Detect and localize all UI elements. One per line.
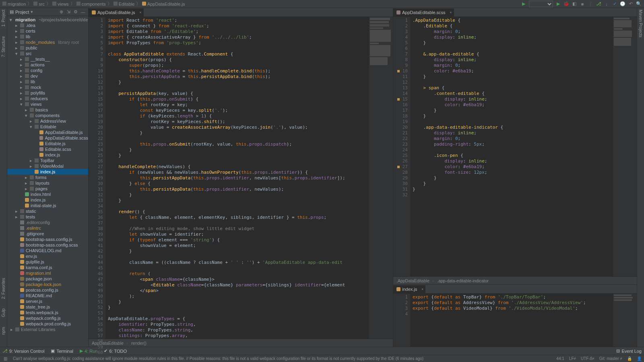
tree-row[interactable]: karma.conf.js [7, 265, 88, 270]
code-area[interactable]: import React from 'react'; import { conn… [105, 17, 369, 339]
editor-breadcrumb-left[interactable]: AppDataEditable › render() [89, 339, 393, 347]
tree-caret-icon[interactable]: ▸ [14, 45, 19, 51]
code-area[interactable]: export {default as TopBar} from './TopBa… [410, 294, 613, 347]
tab-appdataeditable-js[interactable]: AppDataEditable.js × [89, 8, 144, 16]
tree-row[interactable]: tests.webpack.js [7, 310, 88, 315]
tree-row[interactable]: index.js [7, 152, 88, 158]
editor-breadcrumb-right-top[interactable]: .AppDataEditable › .app-data-editable-in… [393, 276, 637, 284]
tree-row[interactable]: .editorconfig [7, 220, 88, 225]
tree-row[interactable]: package.json [7, 276, 88, 282]
tool-npm[interactable]: npm [1, 327, 6, 335]
lock-icon[interactable]: 🔒 [627, 356, 632, 361]
tree-caret-icon[interactable]: ▸ [10, 327, 14, 332]
tree-caret-icon[interactable]: ▸ [29, 158, 33, 163]
tool-favorites[interactable]: 2: Favorites [1, 278, 6, 299]
minimap[interactable] [613, 17, 637, 276]
tree-row[interactable]: ▸actions [7, 62, 88, 68]
tree-row[interactable]: Editable.js [7, 141, 88, 146]
tab-close-icon[interactable]: × [139, 10, 141, 14]
tree-row[interactable]: initial-state.js [7, 203, 88, 208]
tree-row[interactable]: ▸.idea [7, 23, 88, 28]
project-tree[interactable]: ▾migration~/projects/webcoreit/del/mi▸.i… [7, 16, 88, 347]
project-view-label[interactable]: Project [15, 10, 29, 14]
revert-icon[interactable]: ↶ [628, 1, 634, 7]
tree-caret-icon[interactable]: ▸ [19, 68, 23, 73]
tree-row[interactable]: server.js [7, 298, 88, 304]
tree-caret-icon[interactable]: ▸ [24, 181, 28, 186]
search-icon[interactable]: 🔍 [636, 1, 642, 7]
tree-row[interactable]: bootstrap-sass.config.js [7, 237, 88, 242]
tree-row[interactable]: bootstrap-sass.config.scss [7, 242, 88, 248]
git-pull-icon[interactable]: ↓ [604, 1, 609, 7]
tree-caret-icon[interactable]: ▾ [14, 51, 19, 56]
tree-row[interactable]: ▾views [7, 101, 88, 107]
tree-row[interactable]: ▸External Libraries [7, 327, 88, 332]
tree-caret-icon[interactable]: ▸ [24, 186, 28, 191]
tree-caret-icon[interactable]: ▸ [14, 23, 19, 28]
tree-caret-icon[interactable]: ▸ [29, 119, 33, 124]
line-ending[interactable]: LF≠ [569, 356, 576, 361]
tree-caret-icon[interactable]: ▾ [29, 124, 33, 130]
code-editor-right-top[interactable]: 123456789 1011121314 1516171819202122232… [393, 17, 637, 276]
tree-caret-icon[interactable]: ▾ [19, 102, 23, 107]
tree-caret-icon[interactable]: ▸ [14, 209, 19, 214]
tree-caret-icon[interactable]: ▾ [10, 17, 12, 23]
collapse-all-icon[interactable]: ⇲ [66, 9, 71, 15]
tree-row[interactable]: AppDataEditable.scss [7, 135, 88, 141]
tree-row[interactable]: ▾src [7, 51, 88, 56]
tree-row[interactable]: ▸__tests__ [7, 56, 88, 62]
tree-row[interactable]: CHANGELOG.md [7, 248, 88, 253]
tab-appdataeditable-scss[interactable]: AppDataEditable.scss × [393, 8, 454, 16]
tree-row[interactable]: ▸reducers [7, 96, 88, 101]
run-config-select[interactable] [529, 1, 553, 7]
bottom-item-todo[interactable]: ✔6: TODO [104, 348, 127, 354]
tree-row[interactable]: index.html [7, 191, 88, 197]
tree-caret-icon[interactable]: ▸ [19, 74, 23, 79]
tree-row[interactable]: webpack.prod.config.js [7, 321, 88, 327]
tree-row[interactable]: ▸static [7, 208, 88, 214]
code-editor-left[interactable]: 1234567891011121314151617181920212223242… [89, 17, 393, 339]
breadcrumb-segment[interactable]: views [52, 2, 69, 6]
breadcrumb-segment[interactable]: migration [2, 2, 26, 6]
bottom-item-vcs[interactable]: ⎇9: Version Control [2, 348, 44, 354]
code-area[interactable]: .AppDataEditable { .Editable { margin: 0… [410, 17, 613, 276]
stop-icon[interactable]: ■ [580, 1, 585, 7]
tool-maven[interactable]: Maven Projects [638, 10, 643, 37]
history-icon[interactable]: 🕘 [620, 1, 625, 7]
tree-row[interactable]: AppDataEditable.js [7, 130, 88, 135]
tab-index-js[interactable]: index.js × [393, 285, 425, 293]
tree-caret-icon[interactable]: ▾ [24, 113, 28, 118]
tree-row[interactable]: ▸certs [7, 28, 88, 34]
tree-caret-icon[interactable]: ▸ [24, 175, 28, 180]
git-push-icon[interactable]: ✓ [612, 1, 617, 7]
tree-row[interactable]: package-lock.json [7, 282, 88, 287]
tree-row[interactable]: .eslintrc [7, 225, 88, 231]
tree-caret-icon[interactable]: ▸ [19, 62, 23, 68]
tree-row[interactable]: state_tree.js [7, 304, 88, 310]
breadcrumb[interactable]: migration〉 src〉 views〉 components〉 Edita… [2, 1, 185, 7]
tree-caret-icon[interactable]: ▸ [14, 29, 19, 34]
tree-row[interactable]: ▸mock [7, 84, 88, 90]
tree-row[interactable]: index.js [7, 169, 88, 175]
tool-gulp[interactable]: Gulp [1, 309, 6, 317]
tree-row[interactable]: gulpfile.js [7, 259, 88, 265]
tree-caret-icon[interactable]: ▸ [19, 79, 23, 84]
scroll-from-source-icon[interactable]: ⊕ [58, 9, 64, 15]
code-editor-right-bottom[interactable]: 1234 export {default as TopBar} from './… [393, 294, 637, 347]
gear-icon[interactable]: ⚙ [73, 9, 78, 15]
tree-row[interactable]: ▾components [7, 113, 88, 118]
tree-row[interactable]: ▸forms [7, 175, 88, 180]
tree-caret-icon[interactable]: ▸ [19, 96, 23, 101]
breadcrumb-segment[interactable]: src [33, 2, 45, 6]
hide-icon[interactable]: — [80, 9, 86, 15]
breadcrumb-segment[interactable]: Editable [114, 2, 135, 6]
tree-caret-icon[interactable]: ▸ [19, 57, 23, 62]
tree-caret-icon[interactable]: ▸ [19, 90, 23, 96]
breadcrumb-segment[interactable]: components [76, 2, 106, 6]
tree-row[interactable]: ▸dev [7, 73, 88, 79]
tree-row[interactable]: ▾migration~/projects/webcoreit/del/mi [7, 17, 88, 23]
tree-caret-icon[interactable]: ▸ [14, 40, 19, 45]
tree-row[interactable]: ▸node_moduleslibrary root [7, 39, 88, 45]
git-branch[interactable]: Git: master ≠ [599, 356, 622, 361]
tree-row[interactable]: ▸polyfills [7, 90, 88, 96]
